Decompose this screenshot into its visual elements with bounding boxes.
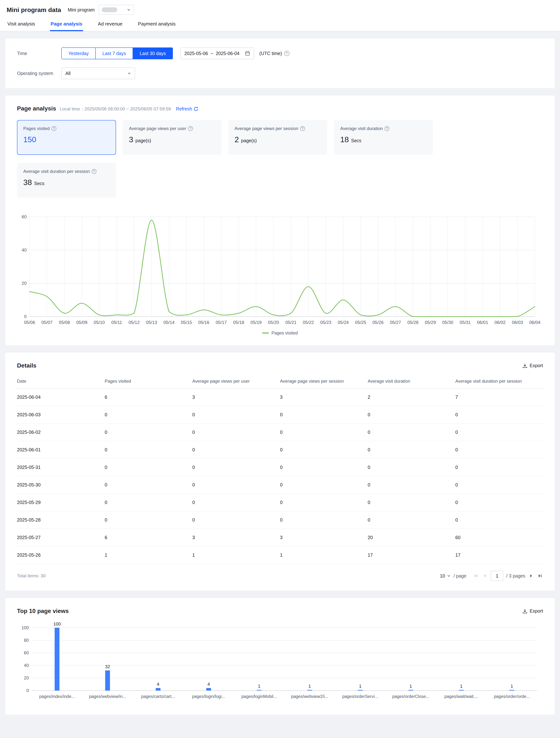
export-button[interactable]: Export xyxy=(522,608,543,614)
page-size-select[interactable]: 10 xyxy=(440,573,451,579)
stat-card-average-visit-duration-per-session[interactable]: Average visit duration per session?38Sec… xyxy=(17,163,116,198)
stat-unit: page(s) xyxy=(135,138,151,143)
help-icon[interactable]: ? xyxy=(384,126,389,131)
tab-ad-revenue[interactable]: Ad revenue xyxy=(97,18,123,31)
os-select[interactable]: All xyxy=(61,67,135,79)
stat-card-average-page-views-per-user[interactable]: Average page views per user?3page(s) xyxy=(122,120,222,155)
pages-visited-line-chart: 020406005/0605/0705/0805/0905/1005/1105/… xyxy=(17,213,543,328)
chart-legend[interactable]: Pages visited xyxy=(17,330,543,336)
table-cell: 2025-05-26 xyxy=(17,546,105,564)
table-cell: 0 xyxy=(105,423,193,441)
stat-card-average-page-views-per-session[interactable]: Average page views per session?2page(s) xyxy=(228,120,327,155)
svg-text:40: 40 xyxy=(24,663,29,668)
page-analysis-title: Page analysis xyxy=(17,105,56,112)
stat-label: Pages visited xyxy=(23,126,50,131)
svg-text:80: 80 xyxy=(24,638,29,643)
stat-label: Average page views per user xyxy=(129,126,186,131)
column-header-average-visit-duration-per-session: Average visit duration per session xyxy=(455,374,543,388)
tab-payment-analysis[interactable]: Payment analysis xyxy=(137,18,177,31)
last-page-icon xyxy=(538,574,542,578)
top10-bar-chart: 020406080100100pages/index/inde...32page… xyxy=(17,618,543,704)
table-cell: 1 xyxy=(105,546,193,564)
svg-text:06/02: 06/02 xyxy=(495,320,506,325)
svg-text:05/17: 05/17 xyxy=(216,320,227,325)
table-cell: 2025-05-29 xyxy=(17,494,105,511)
stat-label: Average visit duration per session xyxy=(23,169,90,174)
time-filter-label: Time xyxy=(17,51,61,56)
table-row: 2025-05-3100000 xyxy=(17,458,543,476)
help-icon[interactable]: ? xyxy=(300,126,305,131)
mini-program-select[interactable] xyxy=(98,5,134,15)
svg-text:05/26: 05/26 xyxy=(372,320,383,325)
help-icon[interactable]: ? xyxy=(51,126,56,131)
stat-value: 150 xyxy=(23,135,36,144)
table-cell: 7 xyxy=(455,388,543,406)
date-start: 2025-05-06 xyxy=(184,51,208,56)
column-header-pages-visited: Pages visited xyxy=(105,374,193,388)
svg-text:0: 0 xyxy=(26,688,29,693)
table-cell: 2025-05-28 xyxy=(17,511,105,529)
table-row: 2025-06-0200000 xyxy=(17,423,543,441)
table-cell: 0 xyxy=(368,476,456,494)
table-cell: 2025-06-03 xyxy=(17,406,105,423)
table-cell: 0 xyxy=(368,441,456,458)
svg-text:20: 20 xyxy=(22,281,27,286)
svg-text:1: 1 xyxy=(308,684,311,689)
page-analysis-panel: Page analysis Local time：2025/05/06 08:0… xyxy=(5,95,555,345)
svg-text:05/06: 05/06 xyxy=(24,320,35,325)
pagination-first-button[interactable] xyxy=(473,573,479,579)
svg-text:05/28: 05/28 xyxy=(407,320,418,325)
time-button-last-30-days[interactable]: Last 30 days xyxy=(132,48,173,59)
table-cell: 0 xyxy=(368,458,456,476)
table-cell: 0 xyxy=(280,511,368,529)
per-page-label: / page xyxy=(454,573,467,579)
table-cell: 0 xyxy=(192,458,280,476)
date-end: 2025-06-04 xyxy=(216,51,239,56)
utc-time-label: (UTC time) xyxy=(259,51,282,56)
tab-visit-analysis[interactable]: Visit analysis xyxy=(7,18,36,31)
table-cell: 0 xyxy=(455,494,543,511)
stat-card-average-visit-duration[interactable]: Average visit duration?18Secs xyxy=(334,120,433,155)
table-cell: 0 xyxy=(192,423,280,441)
page-title: Mini program data xyxy=(7,6,61,13)
svg-text:05/08: 05/08 xyxy=(59,320,70,325)
refresh-label: Refresh xyxy=(176,106,192,111)
time-button-last-7-days[interactable]: Last 7 days xyxy=(95,48,132,59)
table-cell: 0 xyxy=(105,494,193,511)
table-cell: 0 xyxy=(455,458,543,476)
help-icon[interactable]: ? xyxy=(92,169,96,174)
details-table: DatePages visitedAverage page views per … xyxy=(17,374,543,564)
table-cell: 0 xyxy=(280,476,368,494)
table-cell: 3 xyxy=(280,529,368,546)
stat-card-pages-visited[interactable]: Pages visited?150 xyxy=(17,120,116,155)
export-button[interactable]: Export xyxy=(522,363,543,368)
current-page-input[interactable]: 1 xyxy=(491,571,503,581)
mini-program-label: Mini program xyxy=(68,7,95,13)
first-page-icon xyxy=(474,574,478,578)
svg-text:100: 100 xyxy=(21,625,29,630)
time-button-yesterday[interactable]: Yesterday xyxy=(62,48,95,59)
svg-text:05/14: 05/14 xyxy=(164,320,175,325)
table-cell: 2 xyxy=(368,388,456,406)
svg-text:1: 1 xyxy=(359,684,361,689)
help-icon[interactable]: ? xyxy=(284,51,289,56)
stat-value: 2 xyxy=(235,135,239,144)
date-range-input[interactable]: 2025-05-06 ~ 2025-06-04 xyxy=(180,47,254,59)
stat-label: Average page views per session xyxy=(235,126,298,131)
local-time-label: Local time：2025/05/06 08:00:00 ~ 2025/06… xyxy=(60,106,171,112)
svg-text:05/16: 05/16 xyxy=(198,320,209,325)
app-header: Mini program data Mini program Visit ana… xyxy=(0,0,560,31)
svg-text:1: 1 xyxy=(258,684,260,689)
pagination-last-button[interactable] xyxy=(537,573,543,579)
svg-text:05/09: 05/09 xyxy=(76,320,87,325)
tab-page-analysis[interactable]: Page analysis xyxy=(50,18,83,31)
refresh-button[interactable]: Refresh xyxy=(176,106,199,111)
svg-text:100: 100 xyxy=(53,622,61,627)
pagination-prev-button[interactable] xyxy=(482,573,488,579)
calendar-icon xyxy=(245,51,250,56)
pagination-next-button[interactable] xyxy=(528,573,534,579)
svg-text:05/12: 05/12 xyxy=(128,320,139,325)
svg-text:pages/webview/in...: pages/webview/in... xyxy=(89,694,126,699)
table-cell: 0 xyxy=(192,476,280,494)
help-icon[interactable]: ? xyxy=(188,126,193,131)
